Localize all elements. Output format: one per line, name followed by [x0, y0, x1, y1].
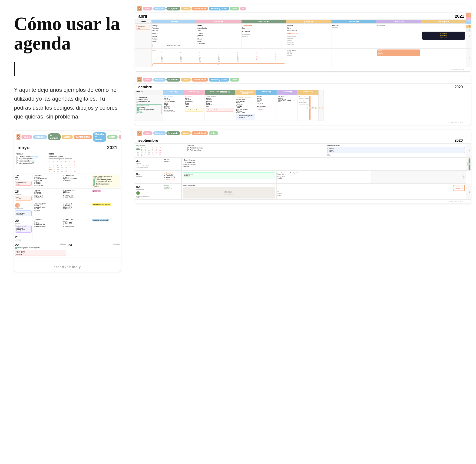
nav-tab-listas[interactable]: listas: [107, 135, 118, 139]
oct-side-data: ene feb mar abr may jun jul ago sep oct …: [319, 95, 324, 121]
sep-month: septiembre: [138, 138, 158, 143]
oct-nav-inicio[interactable]: inicio: [143, 78, 153, 82]
brand-left: creativemindly: [14, 262, 121, 272]
lunes-cell: corregir Trabajos (4 - 12) corregir revi…: [151, 23, 196, 48]
sep-nav-horarios[interactable]: horarios: [153, 131, 166, 135]
oct-home-icon[interactable]: 🏠: [137, 77, 142, 82]
sabado-cell: REUNION: [376, 23, 421, 48]
day02-left: 02 miercoles 🌿 pretor muño de camo015B.: [135, 184, 163, 200]
day02-note2: semáneo de BRAGAS 06 domingo CoUl: [276, 184, 466, 200]
pnav-inicio[interactable]: inicio: [143, 7, 153, 10]
oct-viernes-cell: Andres Adela Angel N NBT Clau BTO Agenda…: [256, 95, 277, 121]
oct-col-jueves: JUEVES calendario Hállowula: [235, 90, 256, 95]
abril-nav: 🏠 inicio horarios la agenda viajes conta…: [135, 5, 471, 12]
oct-nav-viajes[interactable]: viajes: [181, 78, 191, 82]
pnav-estudio[interactable]: Estudio y tareas: [209, 7, 229, 10]
col-sabado: sábado M: [376, 19, 421, 23]
checkbox[interactable]: [17, 158, 18, 160]
day-18: 18 martes Pautelf. 630: [14, 189, 33, 202]
sep-ultimas-cell: últimas repasos inábolesentro 3Arago 5 0…: [326, 144, 466, 157]
sep-nav-agenda[interactable]: la agenda: [166, 131, 180, 135]
checkbox[interactable]: [17, 162, 18, 164]
pnav-agenda[interactable]: la agenda: [166, 7, 180, 10]
nav-tab-horarios[interactable]: horarios: [33, 135, 47, 139]
oct-tareas-cell: Terminar IA cobrar dinero. contabilidad …: [135, 95, 163, 121]
pnav-extra[interactable]: ···: [240, 7, 246, 10]
oct-nav-listas[interactable]: listas: [230, 78, 239, 82]
pnav-listas[interactable]: listas: [230, 7, 239, 10]
pnav-viajes[interactable]: viajes: [181, 7, 191, 10]
day31-side: 04 viernes: [466, 158, 471, 171]
task-item: imágenes agenda lunes: [17, 158, 47, 160]
day01-mid: ▲ Subajar 74 ▲ Apunts 74 ▲ Igraso 15Y76 …: [163, 171, 182, 184]
day-22: 22 sábado mejorar pagina beutas agendas …: [14, 242, 68, 257]
sep-nav-viajes[interactable]: viajes: [181, 131, 191, 135]
sep-side-top: sep: [466, 144, 471, 157]
oct-nav-horarios[interactable]: horarios: [153, 78, 166, 82]
checkbox[interactable]: [17, 156, 18, 158]
nav-tab-contabilidad[interactable]: contabilidad: [74, 135, 92, 139]
nav-tab-extra[interactable]: ···: [118, 135, 121, 139]
abril-mini-cal: abril LMXJVSD 1234 567891011 12131415161…: [151, 48, 286, 67]
oct-col-domingo: DOMINGO 4: [298, 90, 319, 95]
nav-tab-agenda[interactable]: la agenda: [48, 133, 61, 140]
pnav-horarios[interactable]: horarios: [153, 7, 166, 10]
day-20: 20 jueves mejorar apuntespoloneses/factu…: [14, 218, 33, 234]
nav-tab-viajes[interactable]: viajes: [62, 135, 73, 139]
side-months-bar: ene feb mar abr may: [466, 13, 471, 32]
col-martes: martes 7: [196, 19, 241, 23]
day01-note: enviar correosa turna depracticas: [182, 171, 276, 184]
oct-col-viernes: VIERNES 2: [256, 90, 277, 95]
oct-nav: 🏠 inicio horarios la agenda viajes conta…: [135, 76, 471, 84]
day-20-col1: 15 Zoñ Flor ¼ ¼ Gihe ¼ Marcos o Ñor ¼ An…: [33, 218, 62, 234]
home-icon[interactable]: 🏠: [17, 134, 20, 140]
day-17-col2: ¼ Carol Andrea ¼ Martín agendas por dent…: [62, 174, 91, 188]
sep-year: 2020: [454, 138, 463, 143]
day-17: 17 lunes quedar con finafinde: [14, 174, 33, 188]
brand-oct: creativemindly: [135, 121, 471, 125]
sep-nav-listas[interactable]: listas: [209, 131, 218, 135]
day31-left: 31 lunes ○ llaunar a Bras Willis ○ Ceral…: [135, 158, 163, 171]
sep-home-icon[interactable]: 🏠: [137, 131, 142, 136]
pnav-contabilidad[interactable]: contabilidad: [192, 7, 208, 10]
sep-mini-cal: septiembre LMXJVSD 1234567 891011121314 …: [135, 144, 163, 157]
abril-row2: abril LMXJVSD 1234 567891011 12131415161…: [135, 48, 471, 67]
domingo-cell: maratónHARRYPOTTER: [421, 23, 466, 48]
oct-nav-contabilidad[interactable]: contabilidad: [192, 78, 208, 82]
abril-home-icon[interactable]: 🏠: [137, 6, 142, 11]
day-21: 21 viernes: [14, 234, 33, 242]
col-lunes: lunes 6: [151, 19, 196, 23]
side-col-feb: feb: [466, 48, 471, 67]
task-item: vídeos agenda martes: [17, 160, 47, 162]
nav-tab-estudio[interactable]: Estudio y tareas: [93, 132, 106, 142]
oct-nav-agenda[interactable]: la agenda: [166, 78, 180, 82]
oct-jueves-cell: calendario Hállowula Axri Flor Area Leir…: [235, 95, 256, 121]
day31-findelmundo: fin delMUNDO: [163, 158, 182, 171]
divider-line: [14, 62, 15, 76]
col-viernes: viernes 10: [331, 19, 376, 23]
agenda-preview-card: 🏠 inicio horarios la agenda viajes conta…: [14, 131, 121, 272]
sep-day02: 02 miercoles 🌿 pretor muño de camo015B. …: [135, 184, 471, 200]
col-jueves: jueves 9: [286, 19, 331, 23]
oct-nav-estudio[interactable]: Estudio y tareas: [209, 78, 229, 82]
task-item: página packaging (x): [17, 162, 47, 164]
day-20-note: publicar apunto: poli: [91, 218, 121, 234]
month-header: mayo 2021: [14, 143, 121, 151]
abril-row2-domingo: [421, 48, 466, 67]
sep-header: septiembre 2020: [135, 137, 471, 143]
sep-nav-contabilidad[interactable]: contabilidad: [192, 131, 208, 135]
nav-tab-inicio[interactable]: inicio: [21, 135, 32, 139]
day-18-col2: ¼ JFl Dawi BTO 19 Martín ¼ ¼ Dawia Caro …: [62, 189, 91, 202]
octubre-preview: 🏠 inicio horarios la agenda viajes conta…: [135, 76, 471, 125]
sep-top: septiembre LMXJVSD 1234567 891011121314 …: [135, 143, 471, 157]
week-rows: 17 lunes quedar con finafinde 15 Zoñ Flo…: [14, 174, 121, 257]
sep-nav-inicio[interactable]: inicio: [143, 131, 153, 135]
task-item: Catálogo cursos domingo: [17, 156, 47, 158]
subtitle-text: Y aquí te dejo unos ejemplos de cómo he …: [14, 86, 121, 121]
ste-button[interactable]: STE →: [153, 63, 285, 66]
jueves-cell: mejorar libros patrocinados conclusiones…: [286, 23, 331, 48]
day-18-col1: 15 Adri P. ¼ Morcas ¼ Claudia A. ¼ Gite …: [33, 189, 62, 202]
oct-martes-cell: Nat Andrea Adela Clau BTO Alex Mauvio Se…: [184, 95, 205, 121]
checkbox[interactable]: [17, 160, 18, 162]
right-panel: 🏠 inicio horarios la agenda viajes conta…: [133, 0, 476, 464]
